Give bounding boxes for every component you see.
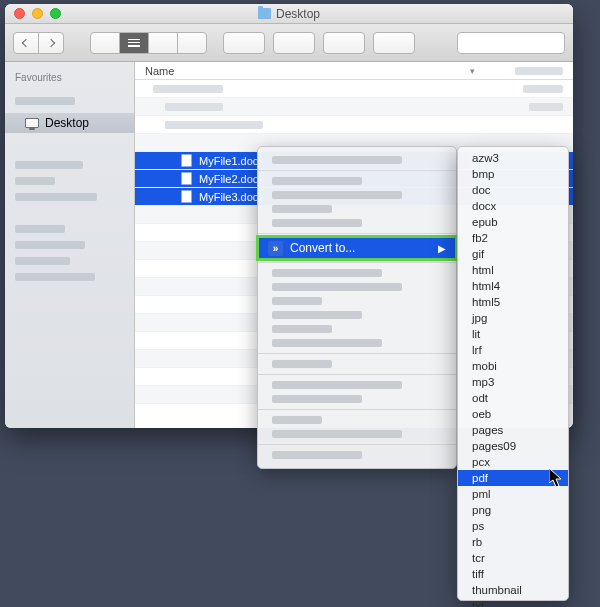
toolbar-group: [223, 32, 415, 54]
submenu-item-jpg[interactable]: jpg: [458, 310, 568, 326]
file-icon: [181, 172, 192, 185]
menu-separator: [258, 353, 456, 354]
menu-item-placeholder[interactable]: [272, 205, 332, 213]
nav-buttons: [13, 32, 64, 54]
toolbar-button[interactable]: [373, 32, 415, 54]
menu-item-placeholder[interactable]: [272, 430, 402, 438]
menu-item-placeholder[interactable]: [272, 297, 322, 305]
list-row[interactable]: [135, 98, 573, 116]
menu-item-placeholder[interactable]: [272, 191, 402, 199]
toolbar: [5, 24, 573, 62]
menu-item-placeholder[interactable]: [272, 219, 362, 227]
view-column-button[interactable]: [148, 32, 178, 54]
sort-arrow-icon: ▾: [470, 66, 475, 76]
file-name: MyFile3.docx: [199, 191, 264, 203]
menu-separator: [258, 374, 456, 375]
toolbar-button[interactable]: [223, 32, 265, 54]
submenu-item-html4[interactable]: html4: [458, 278, 568, 294]
submenu-item-png[interactable]: png: [458, 502, 568, 518]
file-name: MyFile2.docx: [199, 173, 264, 185]
back-button[interactable]: [13, 32, 39, 54]
menu-separator: [258, 262, 456, 263]
submenu-item-pml[interactable]: pml: [458, 486, 568, 502]
sidebar-section-label: Favourites: [5, 68, 134, 89]
list-icon: [128, 39, 140, 47]
submenu-item-epub[interactable]: epub: [458, 214, 568, 230]
view-icon-button[interactable]: [90, 32, 120, 54]
menu-item-placeholder[interactable]: [272, 311, 362, 319]
submenu-item-pdf[interactable]: pdf: [458, 470, 568, 486]
app-icon: »: [268, 241, 283, 256]
menu-item-placeholder[interactable]: [272, 325, 332, 333]
sidebar-placeholder: [15, 161, 83, 169]
list-row[interactable]: [135, 116, 573, 134]
column-placeholder: [515, 67, 563, 75]
toolbar-button[interactable]: [273, 32, 315, 54]
desktop-icon: [25, 118, 39, 128]
window-title-text: Desktop: [276, 7, 320, 21]
sidebar-placeholder: [15, 225, 65, 233]
submenu-item-thumbnail[interactable]: thumbnail: [458, 582, 568, 598]
column-header[interactable]: Name ▾: [135, 62, 573, 80]
submenu-item-pages09[interactable]: pages09: [458, 438, 568, 454]
submenu-item-html[interactable]: html: [458, 262, 568, 278]
submenu-item-pcx[interactable]: pcx: [458, 454, 568, 470]
submenu-item-ps[interactable]: ps: [458, 518, 568, 534]
menu-separator: [258, 233, 456, 234]
list-row[interactable]: [135, 80, 573, 98]
sidebar-item-label: Desktop: [45, 116, 89, 130]
view-list-button[interactable]: [119, 32, 149, 54]
sidebar-placeholder: [15, 193, 97, 201]
view-gallery-button[interactable]: [177, 32, 207, 54]
sidebar-placeholder: [15, 257, 70, 265]
toolbar-button[interactable]: [323, 32, 365, 54]
submenu-arrow-icon: ▶: [438, 243, 446, 254]
titlebar: Desktop: [5, 4, 573, 24]
submenu-item-lrf[interactable]: lrf: [458, 342, 568, 358]
view-mode-buttons: [90, 32, 207, 54]
submenu-item-lit[interactable]: lit: [458, 326, 568, 342]
submenu-item-docx[interactable]: docx: [458, 198, 568, 214]
file-icon: [181, 190, 192, 203]
menu-separator: [258, 409, 456, 410]
menu-separator: [258, 170, 456, 171]
submenu-item-fb2[interactable]: fb2: [458, 230, 568, 246]
submenu-item-tiff[interactable]: tiff: [458, 566, 568, 582]
submenu-item-doc[interactable]: doc: [458, 182, 568, 198]
sidebar-placeholder: [15, 241, 85, 249]
search-input[interactable]: [457, 32, 565, 54]
sidebar-placeholder: [15, 97, 75, 105]
context-menu: » Convert to... ▶: [257, 146, 457, 469]
menu-item-placeholder[interactable]: [272, 381, 402, 389]
menu-item-placeholder[interactable]: [272, 269, 382, 277]
submenu-item-html5[interactable]: html5: [458, 294, 568, 310]
menu-item-placeholder[interactable]: [272, 156, 402, 164]
submenu-item-bmp[interactable]: bmp: [458, 166, 568, 182]
menu-item-placeholder[interactable]: [272, 395, 362, 403]
menu-item-convert-to[interactable]: » Convert to... ▶: [258, 237, 456, 259]
file-icon: [181, 154, 192, 167]
forward-button[interactable]: [38, 32, 64, 54]
submenu-item-odt[interactable]: odt: [458, 390, 568, 406]
menu-item-placeholder[interactable]: [272, 451, 362, 459]
submenu-item-azw3[interactable]: azw3: [458, 150, 568, 166]
submenu-item-mp3[interactable]: mp3: [458, 374, 568, 390]
submenu-item-tcr[interactable]: tcr: [458, 550, 568, 566]
submenu-item-mobi[interactable]: mobi: [458, 358, 568, 374]
file-name: MyFile1.docx: [199, 155, 264, 167]
menu-separator: [258, 444, 456, 445]
submenu-item-gif[interactable]: gif: [458, 246, 568, 262]
convert-submenu: azw3bmpdocdocxepubfb2gifhtmlhtml4html5jp…: [457, 146, 569, 601]
menu-item-placeholder[interactable]: [272, 360, 332, 368]
submenu-item-oeb[interactable]: oeb: [458, 406, 568, 422]
menu-item-placeholder[interactable]: [272, 339, 382, 347]
submenu-item-txt[interactable]: txt: [458, 598, 568, 607]
submenu-item-rb[interactable]: rb: [458, 534, 568, 550]
sidebar-item-desktop[interactable]: Desktop: [5, 113, 134, 133]
column-name-label: Name: [145, 65, 470, 77]
menu-item-placeholder[interactable]: [272, 283, 402, 291]
menu-item-placeholder[interactable]: [272, 416, 322, 424]
folder-icon: [258, 8, 271, 19]
menu-item-placeholder[interactable]: [272, 177, 362, 185]
submenu-item-pages[interactable]: pages: [458, 422, 568, 438]
